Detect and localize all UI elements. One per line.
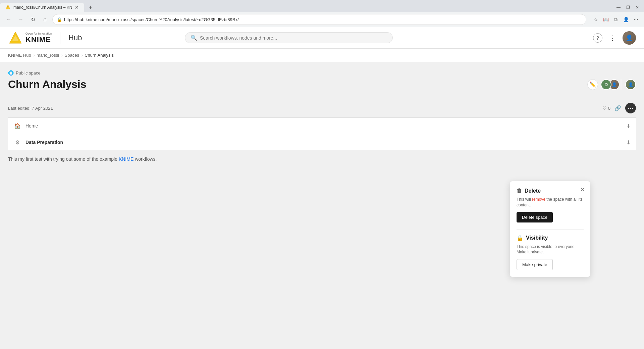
breadcrumb-spaces[interactable]: Spaces — [65, 53, 79, 58]
lock-panel-icon: 🔒 — [517, 235, 523, 241]
header-actions: ? ⋮ 👤 — [593, 31, 636, 45]
panel-close-button[interactable]: ✕ — [578, 185, 586, 193]
copy-link-icon[interactable]: 🔗 — [614, 105, 621, 111]
breadcrumb-knime-hub[interactable]: KNIME Hub — [8, 53, 31, 58]
search-input[interactable] — [200, 35, 387, 41]
breadcrumb-sep-1: › — [33, 53, 35, 58]
more-menu-button[interactable]: ⋮ — [608, 33, 617, 43]
minimize-button[interactable]: — — [614, 3, 623, 11]
delete-description: This will remove the space with all its … — [517, 197, 584, 208]
panel-divider — [517, 229, 584, 230]
file-list: 🏠 Home ⬇ ⚙ Data Preparation ⬇ — [8, 118, 636, 150]
file-name-data-prep: Data Preparation — [25, 140, 626, 145]
window-controls: — ❐ ✕ — [614, 3, 644, 11]
delete-title-text: Delete — [525, 188, 541, 194]
collections-icon[interactable]: ⧉ — [612, 15, 620, 23]
help-button[interactable]: ? — [593, 33, 602, 43]
visibility-section-title: 🔒 Visibility — [517, 235, 584, 241]
forward-button[interactable]: → — [16, 15, 25, 24]
delete-section: 🗑 Delete This will remove the space with… — [517, 188, 584, 222]
file-row-data-prep[interactable]: ⚙ Data Preparation ⬇ — [8, 134, 636, 150]
address-bar[interactable]: 🔒 https://hub.knime.com/mario_rossi/spac… — [52, 14, 586, 25]
edit-button[interactable]: ✏️ — [587, 79, 598, 90]
tab-title: mario_rossi/Churn Analysis – KN — [13, 5, 72, 10]
avatar-group-divider — [621, 79, 621, 90]
search-bar[interactable]: 🔍 — [185, 32, 393, 43]
extensions-icon[interactable]: ⋯ — [632, 15, 640, 23]
breadcrumb-sep-3: › — [81, 53, 83, 58]
hub-label: Hub — [68, 34, 82, 42]
home-icon: 🏠 — [13, 122, 21, 130]
like-button[interactable]: ♡ 0 — [602, 105, 610, 111]
back-button[interactable]: ← — [4, 15, 13, 24]
visibility-label-text: Public space — [16, 70, 41, 76]
reading-view-icon[interactable]: 📖 — [602, 15, 610, 23]
close-button[interactable]: ✕ — [633, 3, 641, 11]
collaborator-avatar-d[interactable]: D — [601, 79, 611, 90]
space-description: This my first test with trying out some … — [8, 156, 636, 163]
knime-logo-text: Open for Innovation KNIME — [25, 32, 52, 44]
active-tab[interactable]: ⚠️ mario_rossi/Churn Analysis – KN ✕ — [0, 3, 84, 12]
file-home-label: Home — [25, 123, 38, 129]
breadcrumb-mario-rossi[interactable]: mario_rossi — [37, 53, 59, 58]
main-content: 🌐 Public space Churn Analysis ✏️ D 👤 👤 — [0, 62, 644, 344]
tab-bar: ⚠️ mario_rossi/Churn Analysis – KN ✕ + —… — [0, 0, 644, 12]
meta-actions: ♡ 0 🔗 ⋯ — [602, 103, 636, 113]
user-avatar[interactable]: 👤 — [623, 31, 636, 45]
tab-close-button[interactable]: ✕ — [75, 5, 79, 10]
space-title: Churn Analysis — [8, 78, 87, 91]
bookmark-star-icon[interactable]: ☆ — [592, 15, 600, 23]
dropdown-panel: ✕ 🗑 Delete This will remove the space wi… — [510, 181, 590, 277]
browser-chrome: ⚠️ mario_rossi/Churn Analysis – KN ✕ + —… — [0, 0, 644, 27]
home-button[interactable]: ⌂ — [40, 15, 50, 24]
last-edited-text: Last edited: 7 Apr 2021 — [8, 106, 53, 111]
trash-icon: 🗑 — [517, 188, 522, 194]
logo-name: KNIME — [25, 35, 52, 44]
knime-link[interactable]: KNIME — [119, 156, 133, 162]
new-tab-button[interactable]: + — [86, 3, 95, 12]
more-options-button[interactable]: ⋯ — [625, 103, 636, 113]
make-private-button[interactable]: Make private — [517, 259, 553, 270]
search-icon: 🔍 — [191, 35, 197, 41]
breadcrumb: KNIME Hub › mario_rossi › Spaces › Churn… — [0, 49, 644, 62]
file-row-home[interactable]: 🏠 Home ⬇ — [8, 118, 636, 134]
knime-logo[interactable]: Open for Innovation KNIME — [8, 31, 52, 45]
delete-desc-highlight: remove — [532, 197, 545, 202]
breadcrumb-bar: KNIME Hub › mario_rossi › Spaces › Churn… — [0, 49, 644, 62]
address-bar-icons: ☆ 📖 ⧉ 👤 ⋯ — [592, 15, 640, 23]
meta-row: Last edited: 7 Apr 2021 ♡ 0 🔗 ⋯ — [8, 99, 636, 118]
heart-icon: ♡ — [602, 105, 607, 111]
delete-section-title: 🗑 Delete — [517, 188, 584, 194]
workflow-icon: ⚙ — [13, 138, 21, 146]
profile-icon[interactable]: 👤 — [622, 15, 630, 23]
breadcrumb-churn-analysis: Churn Analysis — [85, 53, 114, 58]
like-count: 0 — [608, 106, 610, 111]
url-text: https://hub.knime.com/mario_rossi/spaces… — [64, 17, 582, 22]
download-icon-data-prep[interactable]: ⬇ — [626, 139, 631, 146]
tab-favicon: ⚠️ — [5, 5, 11, 10]
space-title-row: Churn Analysis ✏️ D 👤 👤 — [8, 78, 636, 91]
breadcrumb-sep-2: › — [61, 53, 62, 58]
visibility-title-text: Visibility — [526, 235, 548, 241]
logo-tagline: Open for Innovation — [25, 32, 52, 35]
collaborators-avatars: D 👤 👤 — [601, 79, 636, 90]
lock-icon: 🔒 — [57, 17, 62, 22]
address-bar-row: ← → ↻ ⌂ 🔒 https://hub.knime.com/mario_ro… — [0, 12, 644, 27]
owner-avatar[interactable]: 👤 — [625, 79, 636, 90]
globe-icon: 🌐 — [8, 70, 14, 76]
reload-button[interactable]: ↻ — [28, 15, 38, 24]
maximize-button[interactable]: ❐ — [624, 3, 632, 11]
app-header: Open for Innovation KNIME Hub 🔍 ? ⋮ 👤 — [0, 27, 644, 49]
public-space-label: 🌐 Public space — [8, 70, 636, 76]
visibility-section: 🔒 Visibility This space is visible to ev… — [517, 235, 584, 270]
space-header: 🌐 Public space Churn Analysis ✏️ D 👤 👤 — [8, 70, 636, 91]
visibility-description: This space is visible to everyone. Make … — [517, 244, 584, 255]
header-divider — [60, 32, 60, 44]
knime-triangle-icon — [8, 31, 23, 45]
delete-space-button[interactable]: Delete space — [517, 212, 553, 222]
space-actions: ✏️ D 👤 👤 — [587, 79, 636, 90]
download-icon-home[interactable]: ⬇ — [626, 123, 631, 129]
